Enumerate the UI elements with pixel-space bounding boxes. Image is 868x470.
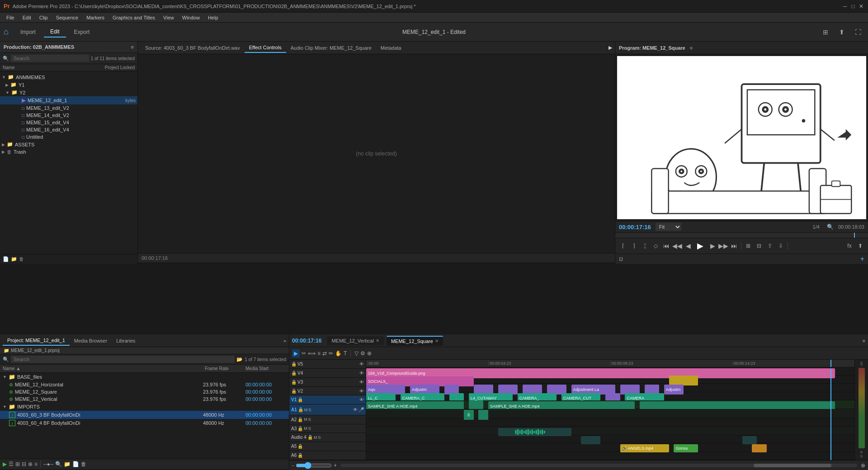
lock-v4[interactable]: 🔒 <box>291 371 297 376</box>
tree-item-meme13[interactable]: □ MEME_13_edit_V2 <box>0 104 137 112</box>
settings-icon[interactable]: ⚙ <box>360 350 365 357</box>
timeline-tool-ripple[interactable]: ⟺ <box>308 350 316 357</box>
lock-a5[interactable]: 🔒 <box>297 444 303 449</box>
menu-file[interactable]: File <box>3 14 18 21</box>
tab-import[interactable]: Import <box>14 27 42 37</box>
clip-a5-angels[interactable]: 🔊 ANGELS.mp4 <box>620 444 669 452</box>
mic-a1[interactable]: 🎤 <box>359 407 364 412</box>
source-panel-options[interactable]: ▶ <box>609 45 612 51</box>
export-icon[interactable]: ⬆ <box>835 26 848 38</box>
zoom-in-icon[interactable]: + <box>334 462 337 469</box>
panel-options[interactable]: ⊕ <box>861 462 865 469</box>
tree-item-untitled[interactable]: □ Untitled <box>0 133 137 141</box>
col-name[interactable]: Name ▲ <box>3 366 205 371</box>
menu-help[interactable]: Help <box>204 14 222 21</box>
lock-v2[interactable]: 🔒 <box>291 389 297 394</box>
src-row-meme12v[interactable]: ⚙ MEME_12_Vertical 23.976 fps 00:00:00:0… <box>0 395 289 403</box>
safe-margins-icon[interactable]: ⊡ <box>619 256 623 262</box>
tree-item-y1[interactable]: ▶ 📁 Y1 <box>0 81 137 89</box>
lock-a4[interactable]: 🔒 <box>307 435 313 440</box>
menu-clip[interactable]: Clip <box>36 14 52 21</box>
new-item-bottom[interactable]: 📄 <box>72 461 79 467</box>
overwrite-icon[interactable]: ⊟ <box>754 241 764 251</box>
program-timecode[interactable]: 00:00:17:16 <box>619 224 651 230</box>
src-row-meme12s[interactable]: ⚙ MEME_12_Square 23.976 fps 00:00:00:00 <box>0 388 289 395</box>
lock-v1[interactable]: 🔒 <box>297 397 303 402</box>
menu-sequence[interactable]: Sequence <box>52 14 82 21</box>
home-icon[interactable]: ⌂ <box>4 27 9 37</box>
clip-a5-cont[interactable]: Gonsa <box>674 444 698 452</box>
lock-a1[interactable]: 🔒 <box>298 407 303 412</box>
mark-in-icon[interactable]: ⌈ <box>618 241 628 251</box>
col-fps[interactable]: Frame Rate <box>205 366 245 371</box>
eye-v1[interactable]: 👁 <box>359 397 364 402</box>
close-tab-vertical[interactable]: ✕ <box>376 338 379 343</box>
tab-libraries[interactable]: Libraries <box>112 336 140 345</box>
track-a4[interactable] <box>366 435 854 443</box>
tab-media-browser[interactable]: Media Browser <box>70 336 112 345</box>
transport-fwd-icon[interactable]: ▶▶ <box>718 241 728 251</box>
folder-icon-bottom[interactable]: 📁 <box>64 461 71 467</box>
src-row-meme12h[interactable]: ⚙ MEME_12_Horizontal 23.976 fps 00:00:00… <box>0 381 289 388</box>
col-start[interactable]: Media Start <box>245 366 286 371</box>
add-panel-btn[interactable]: + <box>860 255 864 263</box>
tab-edit[interactable]: Edit <box>44 27 66 38</box>
lock-a6[interactable]: 🔒 <box>297 453 303 458</box>
program-fit-select[interactable]: Fit 25% 50% 100% <box>656 223 681 231</box>
tree-item-trash[interactable]: ▶ 🗑 Trash <box>0 148 137 155</box>
minimize-button[interactable]: ─ <box>842 3 848 9</box>
timeline-timecode[interactable]: 00:00:17:16 <box>292 338 321 344</box>
filter-icon[interactable]: ▽ <box>354 350 359 357</box>
tab-effect-controls[interactable]: Effect Controls <box>245 43 286 53</box>
lock-a2[interactable]: 🔒 <box>297 417 303 422</box>
solo-a3[interactable]: S <box>308 426 311 431</box>
project-bottom-search-input[interactable] <box>11 356 235 363</box>
timeline-tool-selection[interactable]: ▶ <box>292 349 300 357</box>
tab-source[interactable]: Source: 4003_60_3 BF BodyfallOnDirt.wav <box>141 43 245 52</box>
tab-metadata[interactable]: Metadata <box>376 43 406 52</box>
track-a2[interactable] <box>366 418 854 427</box>
mark-out-icon[interactable]: ⌉ <box>629 241 639 251</box>
delete-icon[interactable]: 🗑 <box>19 256 24 262</box>
src-row-audio2[interactable]: ♪ 4003_60_4 BF BodyfallOnDi 48000 Hz 00:… <box>0 419 289 427</box>
sort-icon[interactable]: ⊕ <box>28 461 33 467</box>
track-v1[interactable]: SAMPLE_SHE A HOE.mp4 SAMPLE_SHE A HOE.mp… <box>366 400 854 409</box>
track-v3[interactable]: Aqu Adjustm Adjustment La Adjustm <box>366 384 854 392</box>
track-a1[interactable] <box>366 409 854 419</box>
new-bin-icon[interactable]: 📁 <box>11 256 17 262</box>
zoom-out-icon[interactable]: - <box>292 462 294 469</box>
eye-a1[interactable]: 👁 <box>353 407 358 412</box>
clip-a4[interactable] <box>581 436 600 444</box>
timeline-tool-hand[interactable]: ✋ <box>335 350 342 357</box>
eye-v2[interactable]: 👁 <box>359 389 364 394</box>
fullscreen-icon[interactable]: ⛶ <box>852 26 864 38</box>
add-track-icon[interactable]: ⊕ <box>367 350 372 357</box>
mute-a1[interactable]: M <box>304 408 308 412</box>
panel-expand-icon[interactable]: » <box>283 338 286 343</box>
lift-icon[interactable]: ⇧ <box>765 241 775 251</box>
insert-icon[interactable]: ⊞ <box>743 241 753 251</box>
freeform-view-icon[interactable]: ⊟ <box>22 461 26 467</box>
target-v1[interactable]: V1 <box>291 397 297 402</box>
src-row-audio1[interactable]: ♪ 4003_60_3 BF BodyfallOnDi 48000 Hz 00:… <box>0 411 289 419</box>
tree-item-meme15[interactable]: □ MEME_15_edit_V4 <box>0 119 137 126</box>
lock-v5[interactable]: 🔒 <box>291 362 297 367</box>
program-panel-menu-icon[interactable]: ≡ <box>690 45 693 51</box>
icon-view-icon[interactable]: ⊞ <box>15 461 20 467</box>
tree-item-assets[interactable]: ▶ 📁 ASSETS <box>0 141 137 148</box>
add-marker-icon[interactable]: ◇ <box>651 241 660 251</box>
solo-a1[interactable]: S <box>308 408 311 412</box>
project-search-input[interactable] <box>11 55 89 62</box>
timeline-tool-text[interactable]: T <box>344 350 347 357</box>
timeline-menu-icon[interactable]: ≡ <box>863 338 865 343</box>
eye-v3[interactable]: 👁 <box>359 380 364 385</box>
src-row-imports[interactable]: ▼ 📁 IMPORTS <box>0 403 289 411</box>
track-a3[interactable] <box>366 427 854 435</box>
mute-a3[interactable]: M <box>304 426 307 431</box>
automate-icon[interactable]: ≡ <box>34 461 38 467</box>
menu-graphics[interactable]: Graphics and Titles <box>109 14 159 21</box>
send-to-icon[interactable]: ⬆ <box>855 241 865 251</box>
timeline-tool-pen[interactable]: ✏ <box>329 350 333 357</box>
timeline-tab-vertical[interactable]: MEME_12_Vertical ✕ <box>327 336 384 345</box>
eye-v5[interactable]: 👁 <box>359 362 364 367</box>
